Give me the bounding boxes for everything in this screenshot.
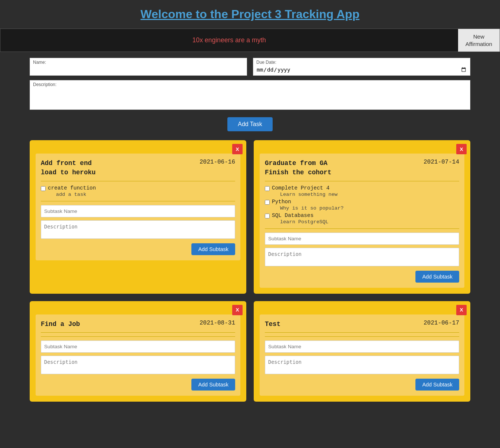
- card-header: Graduate from GAFinish the cohort 2021-0…: [265, 159, 459, 177]
- new-affirmation-button[interactable]: NewAffirmation: [458, 29, 500, 52]
- page-title: Welcome to the Project 3 Tracking App: [0, 0, 500, 29]
- add-task-button[interactable]: Add Task: [227, 117, 273, 131]
- card-date: 2021-07-14: [424, 159, 459, 177]
- card-title: Find a Job: [41, 320, 80, 329]
- subtask-checkbox-1-2[interactable]: [265, 214, 270, 218]
- subtask-description-input[interactable]: [41, 220, 235, 239]
- card-title: Add front endload to heroku: [41, 159, 96, 177]
- task-description-input[interactable]: [33, 88, 467, 106]
- subtask-name: SQL Databases: [272, 213, 329, 218]
- card-divider-2: [41, 201, 235, 201]
- subtask-description-input[interactable]: [41, 356, 235, 374]
- card-title: Test: [265, 320, 280, 329]
- description-label: Description:: [33, 82, 467, 87]
- card-delete-button[interactable]: X: [456, 144, 467, 154]
- add-subtask-button[interactable]: Add Subtask: [191, 379, 235, 391]
- subtask-description: Learn something new: [280, 192, 338, 197]
- subtask-item: Python Why is it so popular?: [265, 199, 459, 211]
- card-inner: Find a Job 2021-08-31 Add Subtask: [36, 314, 240, 396]
- card-header: Add front endload to heroku 2021-06-16: [41, 159, 235, 177]
- card-title: Graduate from GAFinish the cohort: [265, 159, 332, 177]
- cards-grid: X Add front endload to heroku 2021-06-16…: [0, 140, 500, 402]
- task-due-date-input[interactable]: [256, 66, 467, 74]
- subtask-form: Add Subtask: [41, 340, 235, 391]
- subtask-name: create function: [48, 185, 96, 191]
- subtask-checkbox-1-1[interactable]: [265, 200, 270, 205]
- task-card: X Add front endload to heroku 2021-06-16…: [30, 140, 246, 293]
- card-divider: [41, 181, 235, 181]
- card-date: 2021-06-17: [424, 320, 459, 329]
- subtask-item: SQL Databases learn PostgreSQL: [265, 213, 459, 225]
- subtask-name: Python: [272, 199, 343, 205]
- affirmation-bar: 10x engineers are a myth NewAffirmation: [0, 29, 500, 52]
- card-inner: Add front endload to heroku 2021-06-16 c…: [36, 154, 240, 260]
- card-header: Find a Job 2021-08-31: [41, 320, 235, 329]
- card-delete-button[interactable]: X: [232, 305, 243, 315]
- subtask-description-input[interactable]: [265, 356, 459, 374]
- subtask-name-input[interactable]: [41, 205, 235, 217]
- affirmation-text: 10x engineers are a myth: [0, 29, 458, 52]
- subtask-form: Add Subtask: [265, 340, 459, 391]
- name-label: Name:: [33, 60, 244, 65]
- subtask-description-input[interactable]: [265, 248, 459, 266]
- task-name-input[interactable]: [33, 66, 244, 73]
- subtask-list: create function add a task: [41, 185, 235, 197]
- card-delete-button[interactable]: X: [232, 144, 243, 154]
- task-card: X Graduate from GAFinish the cohort 2021…: [254, 140, 470, 293]
- add-subtask-button[interactable]: Add Subtask: [415, 271, 459, 283]
- card-divider-2: [41, 336, 235, 337]
- subtask-description: Why is it so popular?: [280, 205, 343, 211]
- subtask-form: Add Subtask: [41, 205, 235, 255]
- subtask-form: Add Subtask: [265, 233, 459, 283]
- card-divider-2: [265, 228, 459, 229]
- task-card: X Find a Job 2021-08-31: [30, 301, 246, 402]
- card-divider: [41, 332, 235, 333]
- subtask-name-input[interactable]: [265, 340, 459, 353]
- subtask-item: Complete Project 4 Learn something new: [265, 185, 459, 197]
- add-subtask-button[interactable]: Add Subtask: [191, 243, 235, 255]
- subtask-name-input[interactable]: [265, 233, 459, 245]
- due-date-label: Due Date:: [256, 60, 467, 65]
- subtask-name-input[interactable]: [41, 340, 235, 353]
- card-inner: Test 2021-06-17 Add Subtask: [260, 314, 464, 396]
- card-header: Test 2021-06-17: [265, 320, 459, 329]
- subtask-name: Complete Project 4: [272, 185, 338, 191]
- subtask-description: add a task: [56, 192, 96, 197]
- card-divider-2: [265, 336, 459, 337]
- card-delete-button[interactable]: X: [456, 305, 467, 315]
- task-form: Name: Due Date: Description:: [0, 58, 500, 110]
- card-divider: [265, 181, 459, 181]
- card-divider: [265, 332, 459, 333]
- card-date: 2021-06-16: [200, 159, 235, 177]
- card-date: 2021-08-31: [200, 320, 235, 329]
- subtask-description: learn PostgreSQL: [280, 219, 329, 225]
- subtask-checkbox-0-0[interactable]: [41, 186, 46, 191]
- subtask-checkbox-1-0[interactable]: [265, 186, 270, 191]
- subtask-list: Complete Project 4 Learn something new P…: [265, 185, 459, 225]
- card-inner: Graduate from GAFinish the cohort 2021-0…: [260, 154, 464, 287]
- subtask-item: create function add a task: [41, 185, 235, 197]
- add-subtask-button[interactable]: Add Subtask: [415, 379, 459, 391]
- task-card: X Test 2021-06-17 Add Su: [254, 301, 470, 402]
